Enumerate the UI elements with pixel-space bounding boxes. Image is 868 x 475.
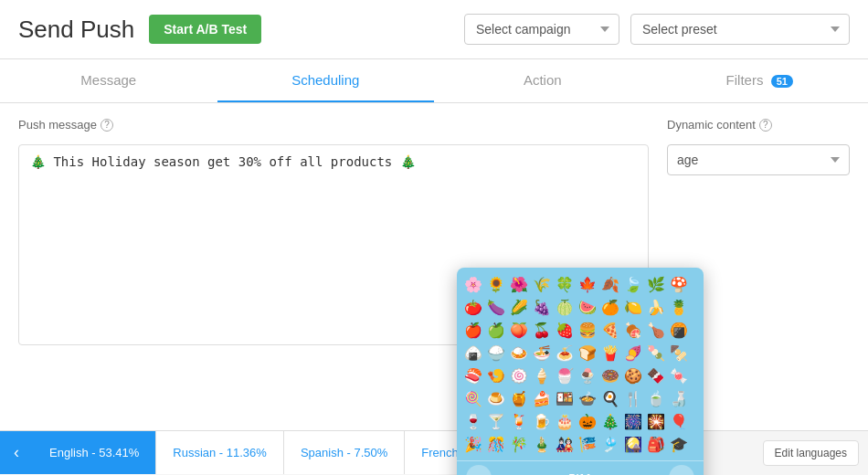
content-row: 😊 1 age: [18, 144, 850, 364]
emoji-cell[interactable]: 🍕: [599, 319, 621, 341]
emoji-cell[interactable]: 🎃: [577, 410, 598, 432]
top-bar-selects: Select campaign Select preset: [464, 14, 850, 45]
emoji-cell[interactable]: 🍦: [531, 364, 553, 386]
emoji-cell[interactable]: 🎐: [599, 433, 621, 455]
emoji-cell[interactable]: 🍊: [599, 296, 621, 318]
emoji-cell[interactable]: 🍏: [485, 319, 507, 341]
emoji-cell[interactable]: 🌺: [508, 273, 530, 295]
emoji-cell[interactable]: 🍸: [485, 410, 507, 432]
emoji-cell[interactable]: 🍓: [554, 319, 576, 341]
emoji-cell[interactable]: 🍆: [485, 296, 507, 318]
emoji-cell[interactable]: 🎇: [645, 410, 667, 432]
emoji-cell[interactable]: 🍬: [668, 364, 690, 386]
emoji-cell[interactable]: 🎍: [531, 433, 553, 455]
emoji-cell[interactable]: 🍘: [668, 319, 690, 341]
emoji-cell[interactable]: 🍭: [462, 387, 484, 409]
language-item-english[interactable]: English - 53.41%: [33, 431, 156, 474]
emoji-cell[interactable]: 🎎: [554, 433, 576, 455]
emoji-cell[interactable]: 🍤: [485, 364, 507, 386]
emoji-cell[interactable]: 🍮: [485, 387, 507, 409]
emoji-cell[interactable]: 🍗: [645, 319, 667, 341]
emoji-cell[interactable]: 🍚: [485, 342, 507, 364]
emoji-cell[interactable]: 🌸: [462, 273, 484, 295]
language-item-spanish[interactable]: Spanish - 7.50%: [284, 431, 405, 474]
emoji-cell[interactable]: 🍒: [531, 319, 553, 341]
emoji-cell[interactable]: 🍷: [462, 410, 484, 432]
language-prev-button[interactable]: ‹: [0, 431, 33, 475]
push-message-help-icon[interactable]: ?: [101, 119, 113, 132]
dynamic-content-select[interactable]: age: [667, 144, 850, 175]
emoji-cell[interactable]: 🍪: [622, 364, 644, 386]
emoji-cell[interactable]: 🍶: [668, 387, 690, 409]
emoji-cell[interactable]: 🍙: [462, 342, 484, 364]
emoji-cell[interactable]: 🍜: [531, 342, 553, 364]
emoji-cell[interactable]: 🍧: [554, 364, 576, 386]
language-item-russian[interactable]: Russian - 11.36%: [156, 431, 284, 474]
emoji-cell[interactable]: 🍥: [508, 364, 530, 386]
emoji-cell[interactable]: 🎓: [668, 433, 690, 455]
emoji-cell[interactable]: 🍌: [645, 296, 667, 318]
emoji-cell[interactable]: 🍉: [577, 296, 598, 318]
emoji-cell[interactable]: 🍟: [599, 342, 621, 364]
ab-test-button[interactable]: Start A/B Test: [149, 15, 261, 44]
emoji-cell[interactable]: 🎆: [622, 410, 644, 432]
emoji-cell[interactable]: 🍛: [508, 342, 530, 364]
emoji-cell[interactable]: 🎒: [645, 433, 667, 455]
emoji-prev-button[interactable]: ←: [466, 465, 492, 475]
emoji-cell[interactable]: 🍹: [508, 410, 530, 432]
tab-scheduling[interactable]: Scheduling: [217, 59, 435, 102]
emoji-cell[interactable]: 🍁: [577, 273, 598, 295]
emoji-cell[interactable]: 🍎: [462, 319, 484, 341]
emoji-cell[interactable]: 🍔: [577, 319, 598, 341]
emoji-cell[interactable]: 🌾: [531, 273, 553, 295]
emoji-cell[interactable]: 🍡: [645, 342, 667, 364]
emoji-cell[interactable]: 🍯: [508, 387, 530, 409]
push-message-label: Push message ?: [18, 118, 649, 132]
emoji-cell[interactable]: 🍍: [668, 296, 690, 318]
emoji-cell[interactable]: 🍑: [508, 319, 530, 341]
emoji-cell[interactable]: 🍺: [531, 410, 553, 432]
emoji-cell[interactable]: 🍩: [599, 364, 621, 386]
dynamic-content-help-icon[interactable]: ?: [759, 119, 772, 132]
emoji-cell[interactable]: 🍱: [554, 387, 576, 409]
emoji-cell[interactable]: 🌻: [485, 273, 507, 295]
emoji-cell[interactable]: 🍢: [668, 342, 690, 364]
emoji-cell[interactable]: 🍵: [645, 387, 667, 409]
emoji-cell[interactable]: 🎏: [577, 433, 598, 455]
emoji-cell[interactable]: 🍂: [599, 273, 621, 295]
emoji-cell[interactable]: 🌽: [508, 296, 530, 318]
emoji-cell[interactable]: 🎄: [599, 410, 621, 432]
tab-message[interactable]: Message: [0, 59, 217, 102]
emoji-cell[interactable]: 🍀: [554, 273, 576, 295]
edit-languages-button[interactable]: Edit languages: [763, 440, 859, 466]
campaign-select[interactable]: Select campaign: [464, 14, 619, 45]
tab-filters[interactable]: Filters 51: [651, 59, 869, 102]
emoji-cell[interactable]: 🍰: [531, 387, 553, 409]
emoji-cell[interactable]: 🎊: [485, 433, 507, 455]
emoji-cell[interactable]: 🍞: [577, 342, 598, 364]
emoji-cell[interactable]: 🌿: [645, 273, 667, 295]
tab-action[interactable]: Action: [434, 59, 651, 102]
emoji-cell[interactable]: 🍣: [462, 364, 484, 386]
emoji-next-button[interactable]: →: [669, 465, 694, 475]
emoji-cell[interactable]: 🍨: [577, 364, 598, 386]
emoji-cell[interactable]: 🍋: [622, 296, 644, 318]
emoji-cell[interactable]: 🍫: [645, 364, 667, 386]
emoji-cell[interactable]: 🍈: [554, 296, 576, 318]
emoji-cell[interactable]: 🎂: [554, 410, 576, 432]
emoji-cell[interactable]: 🎉: [462, 433, 484, 455]
emoji-cell[interactable]: 🍃: [622, 273, 644, 295]
emoji-cell[interactable]: 🍇: [531, 296, 553, 318]
emoji-cell[interactable]: 🍄: [668, 273, 690, 295]
emoji-cell[interactable]: 🍖: [622, 319, 644, 341]
emoji-cell[interactable]: 🍴: [622, 387, 644, 409]
preset-select[interactable]: Select preset: [630, 14, 850, 45]
emoji-cell[interactable]: 🎋: [508, 433, 530, 455]
emoji-cell[interactable]: 🍳: [599, 387, 621, 409]
emoji-cell[interactable]: 🍠: [622, 342, 644, 364]
emoji-cell[interactable]: 🍲: [577, 387, 598, 409]
emoji-cell[interactable]: 🎑: [622, 433, 644, 455]
emoji-cell[interactable]: 🍝: [554, 342, 576, 364]
emoji-cell[interactable]: 🎈: [668, 410, 690, 432]
emoji-cell[interactable]: 🍅: [462, 296, 484, 318]
